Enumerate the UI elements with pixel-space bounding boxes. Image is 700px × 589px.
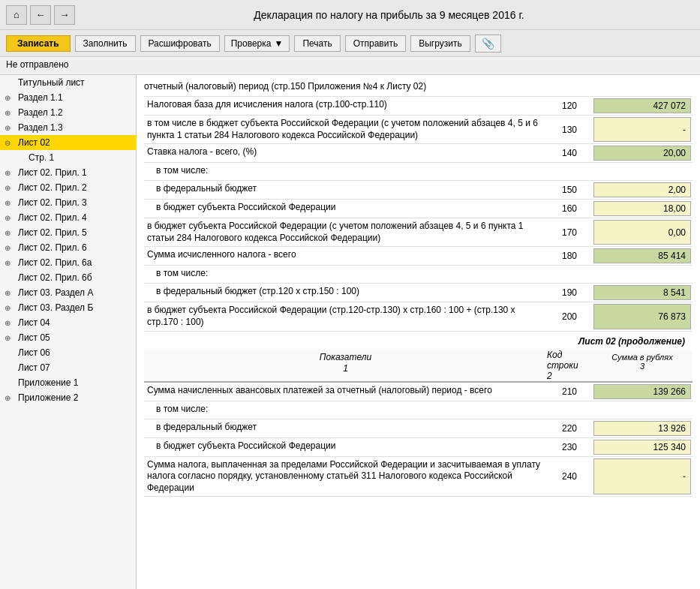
sidebar-item-l07[interactable]: Лист 07 xyxy=(0,360,136,375)
sidebar-item-label: Стр. 1 xyxy=(29,152,54,163)
intro-text: отчетный (налоговый) период (стр.150 При… xyxy=(144,78,692,97)
expand-icon: ⊕ xyxy=(5,199,15,207)
row-value-empty xyxy=(593,267,691,281)
expand-icon: ⊕ xyxy=(5,109,15,117)
table-row: в федеральный бюджет (стр.120 х стр.150 … xyxy=(144,284,692,302)
row-value[interactable]: - xyxy=(593,117,691,142)
header: ⌂ ← → Декларация по налогу на прибыль за… xyxy=(0,0,700,30)
row-label: Налоговая база для исчисления налога (ст… xyxy=(144,97,547,115)
row-value[interactable]: 13 926 xyxy=(593,421,691,436)
row-value[interactable]: 0,00 xyxy=(593,220,691,245)
sidebar-item-r12[interactable]: ⊕ Раздел 1.2 xyxy=(0,105,136,120)
sidebar-item-title[interactable]: Титульный лист xyxy=(0,75,136,90)
table-row: в бюджет субъекта Российской Федерации (… xyxy=(144,218,692,247)
expand-icon: ⊕ xyxy=(5,214,15,222)
forward-button[interactable]: → xyxy=(54,5,75,25)
sidebar-item-app2[interactable]: ⊕ Приложение 2 xyxy=(0,390,136,405)
row-label: в том числе: xyxy=(144,266,547,283)
expand-icon: ⊕ xyxy=(5,229,15,237)
row-code: 200 xyxy=(547,302,592,330)
row-code: 220 xyxy=(547,419,592,437)
sidebar-item-label: Лист 02. Прил. 4 xyxy=(18,212,87,223)
row-code: 130 xyxy=(547,116,592,143)
row-label: Сумма налога, выплаченная за пределами Р… xyxy=(144,457,547,497)
expand-icon: ⊕ xyxy=(5,94,15,102)
row-code xyxy=(547,401,592,419)
row-label: в бюджет субъекта Российской Федерации (… xyxy=(144,302,547,330)
row-value[interactable]: 20,00 xyxy=(593,146,691,161)
sidebar-item-label: Лист 02. Прил. 3 xyxy=(18,197,87,208)
sidebar-item-r11[interactable]: ⊕ Раздел 1.1 xyxy=(0,90,136,105)
page-title: Декларация по налогу на прибыль за 9 мес… xyxy=(84,9,694,21)
sidebar-item-l02p6b[interactable]: Лист 02. Прил. 6б xyxy=(0,270,136,285)
table-row: в федеральный бюджет 150 2,00 xyxy=(144,181,692,200)
expand-icon: ⊕ xyxy=(5,304,15,312)
sidebar-item-l02p6a[interactable]: ⊕ Лист 02. Прил. 6а xyxy=(0,255,136,270)
sidebar-item-l02p3[interactable]: ⊕ Лист 02. Прил. 3 xyxy=(0,195,136,210)
sidebar-item-l02p2[interactable]: ⊕ Лист 02. Прил. 2 xyxy=(0,180,136,195)
dropdown-arrow-icon: ▼ xyxy=(274,38,283,49)
row-value-empty xyxy=(593,403,691,417)
sidebar-item-label: Лист 02. Прил. 6 xyxy=(18,242,87,253)
col-header-code: Код строки2 xyxy=(547,350,592,381)
sidebar-item-l02p5[interactable]: ⊕ Лист 02. Прил. 5 xyxy=(0,225,136,240)
save-button[interactable]: Записать xyxy=(6,35,71,52)
sidebar-item-l03rb[interactable]: ⊕ Лист 03. Раздел Б xyxy=(0,300,136,315)
fill-button[interactable]: Заполнить xyxy=(75,35,136,52)
sidebar-item-l02p1[interactable]: ⊕ Лист 02. Прил. 1 xyxy=(0,165,136,180)
sidebar-item-l03ra[interactable]: ⊕ Лист 03. Раздел А xyxy=(0,285,136,300)
row-value[interactable]: 8 541 xyxy=(593,285,691,300)
row-value[interactable]: 85 414 xyxy=(593,248,691,263)
sidebar-item-label: Приложение 2 xyxy=(18,392,78,403)
table-row: в бюджет субъекта Российской Федерации (… xyxy=(144,302,692,331)
sidebar-item-l05[interactable]: ⊕ Лист 05 xyxy=(0,330,136,345)
sidebar-item-label: Лист 02. Прил. 1 xyxy=(18,167,87,178)
table-row: Ставка налога - всего, (%) 140 20,00 xyxy=(144,144,692,163)
row-value[interactable]: - xyxy=(593,458,691,495)
sidebar-item-str1[interactable]: Стр. 1 xyxy=(0,150,136,165)
attach-button[interactable]: 📎 xyxy=(475,35,501,53)
sidebar-item-l02p4[interactable]: ⊕ Лист 02. Прил. 4 xyxy=(0,210,136,225)
send-button[interactable]: Отправить xyxy=(345,35,407,52)
row-label: в том числе в бюджет субъекта Российской… xyxy=(144,116,547,143)
back-button[interactable]: ← xyxy=(30,5,51,25)
expand-icon: ⊕ xyxy=(5,169,15,177)
table-row: в бюджет субъекта Российской Федерации 1… xyxy=(144,200,692,218)
row-label: Ставка налога - всего, (%) xyxy=(144,144,547,162)
sidebar-item-l02[interactable]: ⊖ Лист 02 xyxy=(0,135,136,150)
print-button[interactable]: Печать xyxy=(294,35,340,52)
row-value[interactable]: 139 266 xyxy=(593,384,691,399)
row-value[interactable]: 125 340 xyxy=(593,440,691,455)
row-value[interactable]: 18,00 xyxy=(593,201,691,216)
row-code: 240 xyxy=(547,457,592,497)
sidebar-item-app1[interactable]: Приложение 1 xyxy=(0,375,136,390)
row-label: в федеральный бюджет xyxy=(144,181,547,199)
sidebar-item-label: Лист 04 xyxy=(18,317,50,328)
row-value-empty xyxy=(593,164,691,179)
home-button[interactable]: ⌂ xyxy=(6,5,27,25)
decode-button[interactable]: Расшифровать xyxy=(140,35,220,52)
sidebar-item-label: Лист 07 xyxy=(18,362,50,373)
sidebar-item-l06[interactable]: Лист 06 xyxy=(0,345,136,360)
row-value[interactable]: 427 072 xyxy=(593,98,691,113)
sidebar-item-label: Раздел 1.2 xyxy=(18,107,63,118)
expand-icon: ⊕ xyxy=(5,259,15,267)
sidebar-item-label: Лист 03. Раздел А xyxy=(18,287,93,298)
row-value[interactable]: 76 873 xyxy=(593,304,691,329)
sidebar-item-label: Лист 02. Прил. 2 xyxy=(18,182,87,193)
check-button[interactable]: Проверка ▼ xyxy=(224,35,290,52)
expand-icon: ⊕ xyxy=(5,319,15,327)
row-label: в том числе: xyxy=(144,401,547,419)
expand-icon: ⊕ xyxy=(5,244,15,252)
sidebar-item-label: Лист 02. Прил. 6б xyxy=(18,272,92,283)
export-button[interactable]: Выгрузить xyxy=(410,35,470,52)
sidebar-item-l04[interactable]: ⊕ Лист 04 xyxy=(0,315,136,330)
row-value[interactable]: 2,00 xyxy=(593,182,691,197)
sidebar-item-label: Лист 03. Раздел Б xyxy=(18,302,93,313)
row-label: в бюджет субъекта Российской Федерации xyxy=(144,438,547,456)
row-code: 180 xyxy=(547,247,592,265)
sidebar-item-l02p6[interactable]: ⊕ Лист 02. Прил. 6 xyxy=(0,240,136,255)
status-bar: Не отправлено xyxy=(0,57,700,75)
expand-icon: ⊕ xyxy=(5,394,15,402)
sidebar-item-r13[interactable]: ⊕ Раздел 1.3 xyxy=(0,120,136,135)
